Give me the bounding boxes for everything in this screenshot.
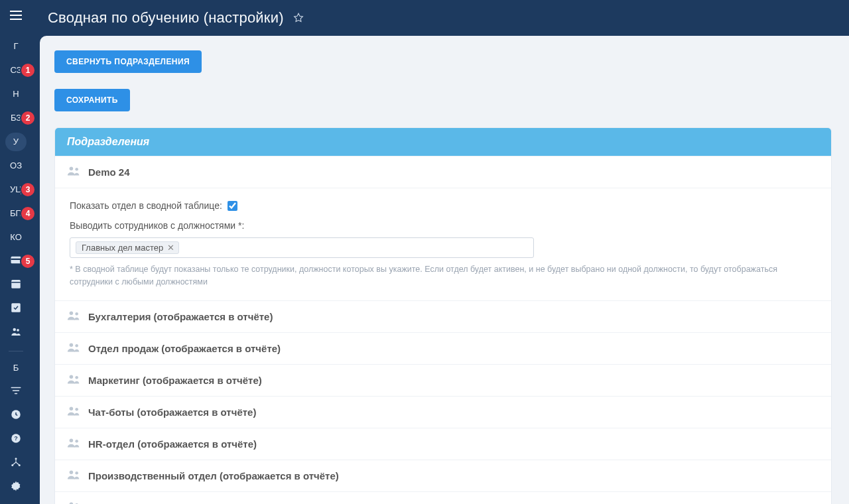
users-icon (67, 310, 82, 323)
show-in-report-checkbox[interactable] (228, 201, 237, 211)
svg-point-5 (13, 328, 17, 332)
svg-rect-4 (11, 303, 21, 312)
svg-text:?: ? (14, 435, 18, 442)
department-name: Отдел продаж (отображается в отчёте) (88, 343, 281, 354)
svg-point-20 (70, 375, 74, 379)
department-row[interactable]: Производственный отдел (отображается в о… (55, 460, 831, 491)
sidebar-item-2[interactable]: Н (5, 85, 27, 103)
sidebar-item-4[interactable]: У (5, 133, 27, 151)
sidebar-item-0[interactable]: Г (5, 37, 27, 56)
save-button[interactable]: СОХРАНИТЬ (54, 89, 130, 111)
positions-label: Выводить сотрудников с должностями *: (70, 220, 244, 231)
sidebar-struct[interactable] (5, 454, 27, 472)
svg-point-14 (70, 167, 74, 171)
department-row[interactable]: Маркетинг (отображается в отчёте) (55, 364, 831, 396)
svg-point-21 (75, 375, 78, 379)
tag-label: Главных дел мастер (82, 243, 163, 253)
users-icon (67, 406, 82, 418)
svg-point-23 (75, 407, 78, 410)
sidebar-settings[interactable] (5, 477, 27, 496)
department-body: Показать отдел в сводной таблице: Выводи… (55, 188, 831, 300)
sidebar-item-card[interactable]: 5 (5, 252, 27, 271)
svg-point-6 (17, 329, 19, 332)
toolbar-2: СОХРАНИТЬ (54, 89, 832, 111)
sidebar-item-clock[interactable] (5, 406, 27, 424)
department-row[interactable]: Чат-боты (отображается в отчёте) (55, 396, 831, 428)
users-icon (67, 438, 82, 450)
sidebar-item-7[interactable]: БП 4 (5, 204, 27, 223)
struct-icon (10, 456, 22, 470)
star-icon (293, 12, 304, 24)
svg-point-19 (75, 344, 78, 347)
department-row[interactable]: Аутсорс (55, 491, 831, 505)
sidebar-item-3[interactable]: БЗ 2 (5, 109, 27, 127)
calendar-icon (10, 278, 22, 292)
sidebar-item-5[interactable]: ОЗ (5, 157, 27, 175)
department-name: Производственный отдел (отображается в о… (88, 470, 339, 481)
collapse-departments-button[interactable]: СВЕРНУТЬ ПОДРАЗДЕЛЕНИЯ (54, 50, 202, 73)
sidebar-item-filter[interactable] (5, 382, 27, 401)
svg-point-25 (75, 439, 78, 442)
position-tag: Главных дел мастер ✕ (76, 241, 179, 254)
main: Сводная по обучению (настройки) СВЕРНУТЬ… (32, 0, 849, 504)
svg-point-24 (70, 438, 74, 442)
filter-icon (10, 385, 22, 399)
badge: 1 (20, 62, 36, 78)
hamburger-menu[interactable] (6, 5, 26, 25)
department-row[interactable]: Отдел продаж (отображается в отчёте) (55, 332, 831, 364)
sidebar-help[interactable]: ? (5, 430, 27, 448)
department-row[interactable]: Бухгалтерия (отображается в отчёте) (55, 300, 831, 332)
header: Сводная по обучению (настройки) (32, 0, 849, 36)
helper-text: * В сводной таблице будут показаны тольк… (70, 263, 816, 288)
panel-header: Подразделения (55, 128, 831, 156)
svg-rect-3 (11, 282, 21, 283)
show-in-report-label: Показать отдел в сводной таблице: (70, 200, 222, 211)
sidebar-item-check[interactable] (5, 299, 27, 318)
svg-point-26 (70, 470, 74, 474)
sidebar: Г СЗ 1 Н БЗ 2 У ОЗ УЦ 3 БП 4 КО 5 Б (0, 0, 32, 504)
gear-icon (10, 480, 22, 494)
sidebar-item-label: КО (10, 232, 22, 242)
badge: 4 (20, 206, 36, 221)
svg-rect-2 (11, 280, 21, 288)
help-icon: ? (10, 432, 22, 446)
department-row-expanded[interactable]: Demo 24 (55, 156, 831, 188)
svg-point-15 (75, 168, 78, 171)
sidebar-divider (9, 351, 23, 351)
sidebar-item-calendar[interactable] (5, 275, 27, 294)
users-icon (67, 166, 82, 178)
department-name: HR-отдел (отображается в отчёте) (88, 438, 257, 450)
users-icon (10, 326, 22, 340)
department-name: Маркетинг (отображается в отчёте) (88, 375, 262, 386)
page-title: Сводная по обучению (настройки) (48, 9, 284, 27)
svg-point-27 (75, 471, 78, 474)
department-name: Demo 24 (88, 166, 130, 178)
svg-point-18 (70, 343, 74, 347)
check-icon (10, 302, 22, 316)
svg-point-10 (15, 458, 17, 460)
sidebar-item-label: Н (13, 89, 19, 99)
clock-icon (10, 409, 22, 422)
sidebar-item-8[interactable]: КО (5, 228, 27, 247)
sidebar-item-users[interactable] (5, 323, 27, 342)
sidebar-item-1[interactable]: СЗ 1 (5, 61, 27, 80)
badge: 5 (20, 253, 36, 269)
sidebar-item-label: Б (13, 363, 19, 373)
sidebar-item-13[interactable]: Б (5, 358, 27, 377)
badge: 2 (20, 110, 36, 126)
favorite-star[interactable] (292, 11, 305, 25)
content: СВЕРНУТЬ ПОДРАЗДЕЛЕНИЯ СОХРАНИТЬ Подразд… (40, 36, 849, 504)
users-icon (67, 501, 82, 505)
positions-field: Выводить сотрудников с должностями *: (70, 220, 816, 231)
remove-tag-icon[interactable]: ✕ (166, 243, 176, 253)
department-row[interactable]: HR-отдел (отображается в отчёте) (55, 428, 831, 460)
show-in-report-field: Показать отдел в сводной таблице: (70, 200, 816, 211)
sidebar-item-label: Г (13, 41, 18, 51)
svg-point-16 (70, 311, 74, 315)
users-icon (67, 342, 82, 355)
sidebar-item-6[interactable]: УЦ 3 (5, 180, 27, 199)
positions-tag-input[interactable]: Главных дел мастер ✕ (70, 237, 534, 258)
users-icon (67, 374, 82, 387)
badge: 3 (20, 182, 36, 198)
department-name: Аутсорс (88, 502, 129, 505)
